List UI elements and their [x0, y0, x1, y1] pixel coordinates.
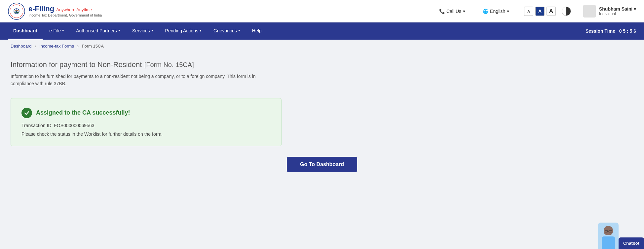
page-description: Information to be furnished for payments…: [11, 73, 262, 88]
divider-2: [518, 7, 518, 16]
logo-text: e-Filing Anywhere Anytime Income Tax Dep…: [28, 5, 102, 18]
avatar: [583, 5, 596, 18]
breadcrumb-sep-2: ›: [77, 44, 79, 49]
logo-tagline: Anywhere Anytime: [56, 7, 92, 12]
nav-item-dashboard[interactable]: Dashboard: [8, 22, 43, 40]
nav-partners-arrow: ▾: [118, 28, 120, 33]
font-small-button[interactable]: A: [524, 7, 533, 16]
checkmark-svg: [24, 110, 30, 116]
logo-area: 🇮🇳 e-Filing Anywhere Anytime Income Tax …: [8, 3, 102, 20]
language-button[interactable]: 🌐 English ▾: [480, 7, 512, 15]
language-label: English: [490, 9, 505, 14]
nav-grievances-label: Grievances: [213, 28, 237, 33]
page-title-text: Information for payment to Non-Resident: [11, 60, 142, 69]
success-note: Please check the status in the Worklist …: [21, 131, 271, 137]
nav-item-help[interactable]: Help: [247, 22, 267, 40]
globe-icon: 🌐: [483, 9, 488, 14]
user-info: Shubham Saini ▾ Individual: [599, 6, 636, 16]
font-medium-button[interactable]: A: [535, 7, 545, 16]
nav-item-efile[interactable]: e-File ▾: [44, 22, 69, 40]
nav-efile-label: e-File: [49, 28, 61, 33]
page-title: Information for payment to Non-Resident …: [11, 59, 633, 69]
contrast-toggle[interactable]: [562, 7, 571, 16]
nav-partners-label: Authorised Partners: [76, 28, 117, 33]
call-us-label: Call Us: [446, 9, 461, 14]
nav-item-authorised-partners[interactable]: Authorised Partners ▾: [71, 22, 126, 40]
success-header: Assigned to the CA successfully!: [21, 108, 271, 118]
nav-item-pending-actions[interactable]: Pending Actions ▾: [160, 22, 207, 40]
main-content: Information for payment to Non-Resident …: [0, 53, 644, 249]
emblem-icon: 🇮🇳: [8, 3, 25, 20]
success-card: Assigned to the CA successfully! Transac…: [11, 98, 282, 146]
navbar: Dashboard e-File ▾ Authorised Partners ▾…: [0, 22, 644, 40]
user-role: Individual: [599, 12, 636, 16]
nav-pending-label: Pending Actions: [165, 28, 198, 33]
nav-pending-arrow: ▾: [200, 28, 202, 33]
nav-help-label: Help: [252, 28, 262, 33]
transaction-label: Transaction ID:: [21, 123, 53, 128]
header-controls: 📞 Call Us ▾ 🌐 English ▾ A A A Shubham Sa…: [436, 5, 636, 18]
breadcrumb-sep-1: ›: [35, 44, 36, 49]
divider-3: [577, 7, 577, 16]
go-to-dashboard-button[interactable]: Go To Dashboard: [287, 157, 357, 172]
chatbot-figure: [598, 223, 619, 249]
breadcrumb-dashboard[interactable]: Dashboard: [11, 44, 32, 49]
breadcrumb-income-tax-forms[interactable]: Income-tax Forms: [39, 44, 74, 49]
nav-item-services[interactable]: Services ▾: [127, 22, 159, 40]
nav-efile-arrow: ▾: [62, 28, 64, 33]
breadcrumb-form15ca: Form 15CA: [82, 44, 104, 49]
logo-subtitle: Income Tax Department, Government of Ind…: [28, 13, 102, 18]
logo-title: e-Filing Anywhere Anytime: [28, 5, 102, 13]
chatbot-widget[interactable]: Chatbot: [598, 223, 644, 249]
success-title: Assigned to the CA successfully!: [36, 109, 130, 116]
chatbot-label[interactable]: Chatbot: [619, 237, 644, 249]
breadcrumb: Dashboard › Income-tax Forms › Form 15CA: [0, 40, 644, 53]
nav-dashboard-label: Dashboard: [13, 28, 37, 33]
session-value: 0 5 : 5 6: [619, 28, 636, 34]
chatbot-body: [602, 236, 615, 249]
call-us-button[interactable]: 📞 Call Us ▾: [436, 7, 468, 15]
nav-item-grievances[interactable]: Grievances ▾: [208, 22, 246, 40]
session-label: Session Time: [586, 28, 615, 34]
user-name: Shubham Saini ▾: [599, 6, 636, 12]
transaction-id: FOS000000069563: [54, 123, 94, 128]
success-transaction: Transaction ID: FOS000000069563: [21, 123, 271, 128]
font-controls: A A A: [524, 7, 556, 16]
call-chevron-icon: ▾: [463, 9, 465, 14]
svg-rect-9: [605, 231, 608, 232]
phone-icon: 📞: [439, 9, 445, 14]
chatbot-glasses-icon: [605, 230, 612, 232]
nav-services-label: Services: [132, 28, 150, 33]
session-time: Session Time 0 5 : 5 6: [586, 28, 636, 34]
divider-1: [474, 7, 474, 16]
lang-chevron-icon: ▾: [507, 9, 509, 14]
nav-services-arrow: ▾: [151, 28, 153, 33]
font-large-button[interactable]: A: [547, 7, 556, 16]
user-name-text: Shubham Saini: [599, 6, 632, 12]
nav-items: Dashboard e-File ▾ Authorised Partners ▾…: [8, 22, 586, 40]
user-menu[interactable]: Shubham Saini ▾ Individual: [583, 5, 636, 18]
svg-rect-10: [609, 231, 612, 232]
nav-grievances-arrow: ▾: [238, 28, 240, 33]
success-check-icon: [21, 108, 32, 118]
user-chevron-icon: ▾: [634, 6, 636, 12]
page-form-tag: [Form No. 15CA]: [144, 61, 194, 68]
header: 🇮🇳 e-Filing Anywhere Anytime Income Tax …: [0, 0, 644, 22]
